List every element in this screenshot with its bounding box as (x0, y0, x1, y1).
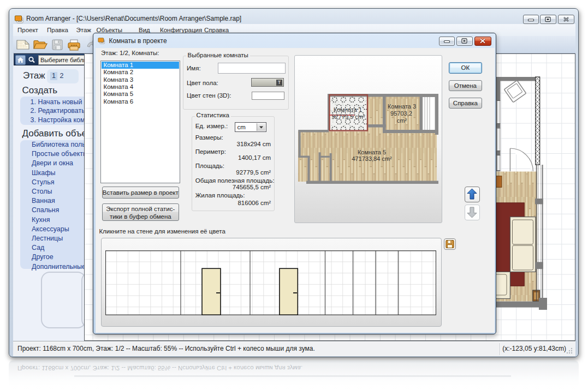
svg-text:Комната 3: Комната 3 (388, 103, 416, 110)
svg-text:95703,2: 95703,2 (390, 110, 412, 117)
svg-text:Комната 5: Комната 5 (358, 149, 386, 155)
svg-text:cm²: cm² (397, 117, 407, 124)
svg-text:Комната 1: Комната 1 (334, 106, 362, 113)
svg-text:92779,5 cm²: 92779,5 cm² (331, 113, 365, 120)
svg-text:471733,84 cm²: 471733,84 cm² (352, 155, 392, 162)
